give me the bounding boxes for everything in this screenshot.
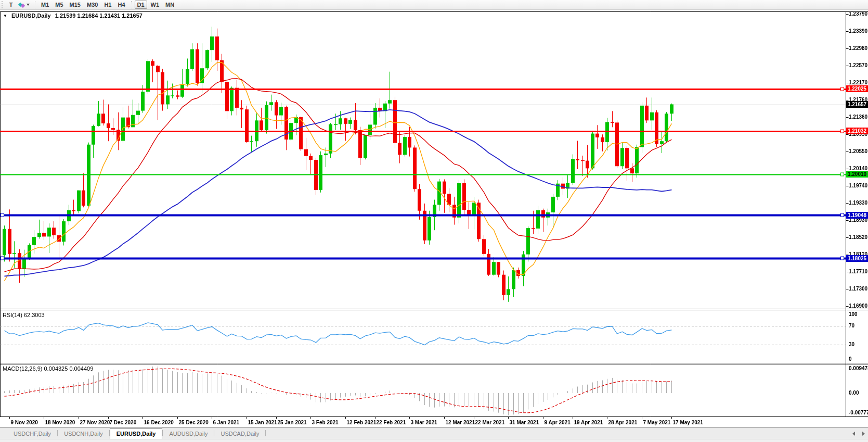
text-tool-button[interactable]: T [6, 1, 16, 9]
date-tick-label: 7 Dec 2020 [110, 420, 137, 425]
timeframe-button-m5[interactable]: M5 [53, 1, 66, 9]
price-tick-label: 1.23790 [849, 11, 867, 17]
price-tick-label: 1.21360 [849, 114, 867, 120]
macd-scale-label: 0.009478 [849, 365, 868, 371]
date-tick-label: 17 May 2021 [673, 420, 703, 425]
chart-tab-usdcad[interactable]: USDCAD,Daily [214, 429, 265, 439]
palette-diamond-icon [21, 4, 25, 8]
toolbar-separator [131, 1, 132, 8]
tab-scroll-right-icon[interactable] [862, 432, 865, 436]
hline-price-badge: 1.20010 [846, 171, 868, 178]
date-tick-label: 12 Mar 2021 [446, 420, 475, 425]
price-tick-label: 1.19330 [849, 200, 867, 206]
tab-scroll-left-icon[interactable] [852, 432, 855, 436]
price-tick-label: 1.16900 [849, 303, 867, 309]
tabs-holder: USDCHF,DailyUSDCNH,DailyEURUSD,DailyAUDU… [7, 429, 266, 439]
timeframe-button-m15[interactable]: M15 [67, 1, 83, 9]
top-toolbar: T M1M5M15M30H1H4D1W1MN [0, 0, 868, 10]
chart-tab-audusd[interactable]: AUDUSD,Daily [163, 429, 214, 439]
timeframe-button-group: M1M5M15M30H1H4D1W1MN [38, 1, 177, 9]
date-tick-label: 12 Feb 2021 [347, 420, 377, 425]
price-tick-label: 1.18520 [849, 234, 867, 240]
date-tick-label: 22 Feb 2021 [377, 420, 406, 425]
macd-scale-label: -0.007778 [849, 410, 868, 415]
price-tick-label: 1.22980 [849, 45, 867, 51]
chart-tab-eurusd[interactable]: EURUSD,Daily [110, 428, 163, 439]
date-tick-label: 6 Jan 2021 [213, 420, 240, 425]
toolbar-separator [35, 1, 35, 8]
timeframe-button-d1[interactable]: D1 [135, 1, 147, 9]
date-tick-label: 9 Nov 2020 [11, 420, 38, 425]
macd-scale-label: 0.00 [849, 390, 859, 396]
chart-canvas[interactable] [0, 10, 868, 427]
date-tick-label: 22 Mar 2021 [475, 420, 505, 425]
chart-tab-usdcnh[interactable]: USDCNH,Daily [58, 429, 109, 439]
price-tick-label: 1.22570 [849, 62, 867, 68]
macd-indicator-label: MACD(12,26,9) 0.004325 0.004409 [3, 365, 93, 372]
hline-price-badge: 1.19048 [846, 212, 868, 219]
chevron-down-icon [27, 4, 30, 6]
price-tick-label: 1.23390 [849, 28, 867, 34]
current-price-badge: 1.21657 [846, 101, 868, 108]
date-tick-label: 31 Mar 2021 [510, 420, 539, 425]
chart-tab-usdchf[interactable]: USDCHF,Daily [7, 429, 57, 439]
date-tick-label: 25 Jan 2021 [278, 420, 307, 425]
date-tick-label: 3 Feb 2021 [312, 420, 339, 425]
hline-price-badge: 1.21032 [846, 128, 868, 134]
timeframe-button-m30[interactable]: M30 [84, 1, 100, 9]
price-tick-label: 1.17710 [849, 269, 867, 274]
timeframe-button-h4[interactable]: H4 [115, 1, 127, 9]
timeframe-button-mn[interactable]: MN [163, 1, 177, 9]
date-tick-label: 27 Nov 2020 [80, 420, 110, 425]
date-tick-label: 3 Mar 2021 [411, 420, 437, 425]
timeframe-button-w1[interactable]: W1 [148, 1, 162, 9]
date-tick-label: 28 Apr 2021 [608, 420, 638, 425]
date-tick-label: 16 Dec 2020 [144, 420, 174, 425]
collapse-chart-icon[interactable]: ▼ [3, 14, 7, 18]
chart-window: ▼ EURUSD,Daily 1.21539 1.21684 1.21431 1… [0, 10, 868, 427]
toolbar-grip [2, 1, 4, 8]
date-tick-label: 18 Nov 2020 [45, 420, 75, 425]
timeframe-button-m1[interactable]: M1 [38, 1, 51, 9]
tab-divider [265, 430, 266, 436]
chart-symbol-label: EURUSD,Daily [11, 12, 51, 19]
price-tick-label: 1.22170 [849, 80, 867, 85]
hline-price-badge: 1.22025 [846, 85, 868, 92]
date-tick-label: 25 Dec 2020 [179, 420, 209, 425]
price-tick-label: 1.17300 [849, 286, 867, 292]
rsi-scale-label: 30 [849, 342, 854, 347]
timeframe-button-h1[interactable]: H1 [101, 1, 114, 9]
rsi-scale-label: 100 [849, 311, 858, 317]
hline-price-badge: 1.18025 [846, 255, 868, 262]
styles-palette-button[interactable] [17, 1, 32, 9]
symbol-tab-strip: USDCHF,DailyUSDCNH,DailyEURUSD,DailyAUDU… [0, 427, 868, 439]
chart-title: ▼ EURUSD,Daily 1.21539 1.21684 1.21431 1… [3, 12, 142, 19]
status-strip [0, 439, 868, 442]
date-tick-label: 15 Jan 2021 [248, 420, 277, 425]
price-tick-label: 1.20550 [849, 148, 867, 154]
rsi-scale-label: 70 [849, 323, 854, 329]
chart-ohlc-values: 1.21539 1.21684 1.21431 1.21657 [55, 12, 142, 19]
price-tick-label: 1.19740 [849, 183, 867, 188]
rsi-indicator-label: RSI(14) 62.3003 [3, 312, 45, 318]
date-tick-label: 19 Apr 2021 [574, 420, 603, 425]
rsi-scale-label: 0 [849, 356, 852, 362]
date-tick-label: 9 Apr 2021 [545, 420, 571, 425]
date-tick-label: 7 May 2021 [643, 420, 671, 425]
